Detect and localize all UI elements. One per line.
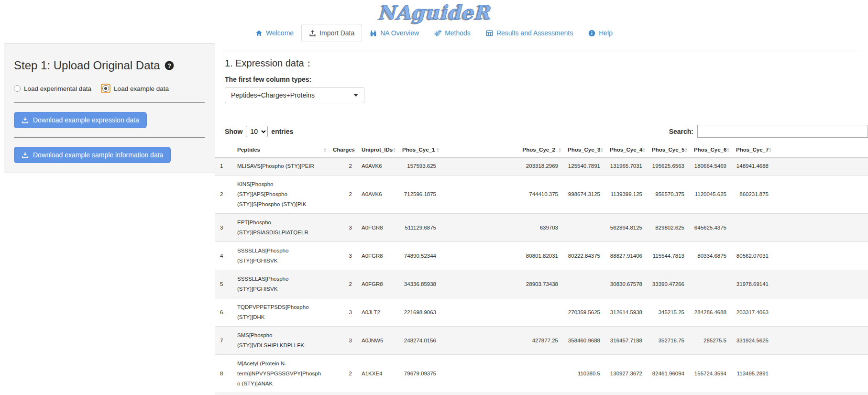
download-expression-button[interactable]: Download example expression data	[14, 112, 147, 128]
radio-label: Load example data	[114, 85, 169, 92]
cell-phos-cyc-1: 221698.9063	[397, 298, 441, 327]
search-input[interactable]	[697, 125, 868, 138]
cell-charges: 2	[328, 176, 357, 214]
cell-filler	[773, 214, 868, 242]
cell-phos-cyc-6: 645625.4375	[689, 214, 731, 242]
cell-phos-cyc-1: 34336.85938	[397, 270, 441, 298]
sort-icons[interactable]: ▲▼	[769, 147, 772, 153]
table-body: 1MLISAVS[Phospho (STY)]PEIR2A0AVK6157593…	[215, 157, 868, 395]
tab-import-data[interactable]: Import Data	[301, 24, 362, 42]
radio-load-experimental[interactable]: Load experimental data	[14, 85, 91, 92]
home-icon	[255, 30, 263, 37]
col-header-charges[interactable]: Charges▲▼	[328, 143, 357, 157]
upload-panel: Step 1: Upload Original Data ? Load expe…	[4, 43, 215, 173]
cell-phos-cyc-5: 115544.7813	[647, 242, 689, 270]
cell-phos-cyc-3	[563, 270, 605, 298]
entries-select[interactable]: 10	[246, 126, 268, 137]
section-title: 1. Expression data：	[225, 57, 868, 70]
col-header-phos-cyc-1[interactable]: Phos_Cyc_1▲▼	[397, 143, 441, 157]
sort-icons[interactable]: ▲▼	[600, 147, 604, 153]
col-header-phos-cyc-5[interactable]: Phos_Cyc_5▲▼	[647, 143, 689, 157]
cell-row-index: 1	[215, 157, 232, 176]
cell-uniprot-id: A0JNW5	[357, 327, 397, 355]
cell-row-index: 7	[215, 327, 232, 355]
search-control: Search:	[669, 125, 868, 138]
cell-row-index: 8	[215, 355, 232, 393]
col-header-filler	[773, 143, 868, 157]
cell-phos-cyc-4: 316457.7188	[605, 327, 647, 355]
table-row: 3EPT[Phospho (STY)]PSIASDISLPIATQELR3A0F…	[215, 214, 868, 242]
table-row: 4SSSSLLAS[Phospho (STY)]PGHISVK3A0FGR874…	[215, 242, 868, 270]
col-header-phos-cyc-6[interactable]: Phos_Cyc_6▲▼	[689, 143, 731, 157]
selected-option: Peptides+Charges+Proteins	[231, 91, 315, 99]
cell-filler	[773, 327, 868, 355]
cell-phos-cyc-1: 511129.6875	[397, 214, 441, 242]
tab-label: Help	[599, 29, 613, 37]
col-header-phos-cyc-4[interactable]: Phos_Cyc_4▲▼	[605, 143, 647, 157]
content-area: Step 1: Upload Original Data ? Load expe…	[0, 42, 868, 395]
cell-phos-cyc-4: 1139399.125	[605, 176, 647, 214]
cell-phos-cyc-2	[441, 355, 563, 393]
cell-phos-cyc-4: 30830.67578	[605, 270, 647, 298]
sort-icons[interactable]: ▲▼	[323, 147, 327, 153]
col-header-rownum	[215, 143, 232, 157]
col-header-phos-cyc-7[interactable]: Phos_Cyc_7▲▼	[731, 143, 773, 157]
cell-charges: 2	[328, 157, 357, 176]
cell-uniprot-id: A0JLT2	[357, 298, 397, 327]
cell-phos-cyc-5: 33390.47266	[647, 270, 689, 298]
cell-charges: 3	[328, 242, 357, 270]
tab-results-assessments[interactable]: Results and Assessments	[478, 24, 581, 42]
tab-methods[interactable]: Methods	[427, 24, 478, 42]
cell-partial	[215, 393, 868, 395]
chevron-down-icon	[353, 94, 358, 97]
cell-phos-cyc-3: 998674.3125	[563, 176, 605, 214]
button-label: Download example sample information data	[33, 151, 163, 159]
cell-uniprot-id: A0AVK6	[357, 157, 397, 176]
sort-icons[interactable]: ▲▼	[684, 147, 688, 153]
cell-peptide: KINS[Phospho (STY)]APS[Phospho (STY)]S[P…	[232, 176, 328, 214]
cell-phos-cyc-3: 110380.5	[563, 355, 605, 393]
cell-phos-cyc-5: 352716.75	[647, 327, 689, 355]
cell-uniprot-id: A1KXE4	[357, 355, 397, 393]
cell-charges: 3	[328, 298, 357, 327]
entries-length-control: Show 10 entries	[225, 126, 293, 137]
tab-label: NA Overview	[380, 29, 419, 37]
cell-peptide: M[Acetyl (Protein N-term)]NPVYSPGSSGVPY[…	[232, 355, 328, 393]
sort-icons[interactable]: ▲▼	[558, 147, 561, 153]
col-header-phos-cyc-3[interactable]: Phos_Cyc_3▲▼	[563, 143, 605, 157]
cell-uniprot-id: A0FGR8	[357, 242, 397, 270]
cell-filler	[773, 176, 868, 214]
divider	[223, 51, 861, 51]
tab-welcome[interactable]: Welcome	[248, 24, 301, 42]
cell-filler	[773, 298, 868, 327]
sort-icons[interactable]: ▲▼	[352, 147, 355, 153]
main-panel: 1. Expression data： The first few column…	[215, 42, 868, 395]
entries-label: entries	[271, 128, 293, 135]
cell-row-index: 3	[215, 214, 232, 242]
tab-label: Methods	[445, 29, 471, 37]
cell-phos-cyc-6: 285275.5	[689, 327, 731, 355]
sort-icons[interactable]: ▲▼	[726, 147, 730, 153]
button-label: Download example expression data	[33, 116, 139, 124]
cell-phos-cyc-1: 74890.52344	[397, 242, 441, 270]
download-sample-info-button[interactable]: Download example sample information data	[14, 147, 171, 163]
tab-help[interactable]: Help	[581, 24, 620, 42]
help-question-icon[interactable]: ?	[165, 61, 174, 70]
column-types-select[interactable]: Peptides+Charges+Proteins	[225, 87, 364, 103]
sort-icons[interactable]: ▲▼	[436, 147, 439, 153]
cell-row-index: 5	[215, 270, 232, 298]
svg-text:?: ?	[167, 63, 171, 69]
tab-na-overview[interactable]: NA Overview	[362, 24, 427, 42]
col-header-peptides[interactable]: Peptides▲▼	[232, 143, 328, 157]
radio-circle-checked	[102, 85, 109, 92]
col-header-uniprot-ids[interactable]: Uniprot_IDs▲▼	[357, 143, 397, 157]
radio-load-example[interactable]: Load example data	[101, 84, 169, 93]
col-header-phos-cyc-2[interactable]: Phos_Cyc_2▲▼	[441, 143, 563, 157]
cell-phos-cyc-7: 331924.5625	[731, 327, 773, 355]
panel-title-row: Step 1: Upload Original Data ?	[14, 59, 205, 72]
radio-label: Load experimental data	[24, 85, 91, 92]
sort-icons[interactable]: ▲▼	[642, 147, 646, 153]
cell-phos-cyc-2: 203318.2969	[441, 157, 563, 176]
gears-icon	[434, 30, 441, 37]
sort-icons[interactable]: ▲▼	[393, 147, 396, 153]
